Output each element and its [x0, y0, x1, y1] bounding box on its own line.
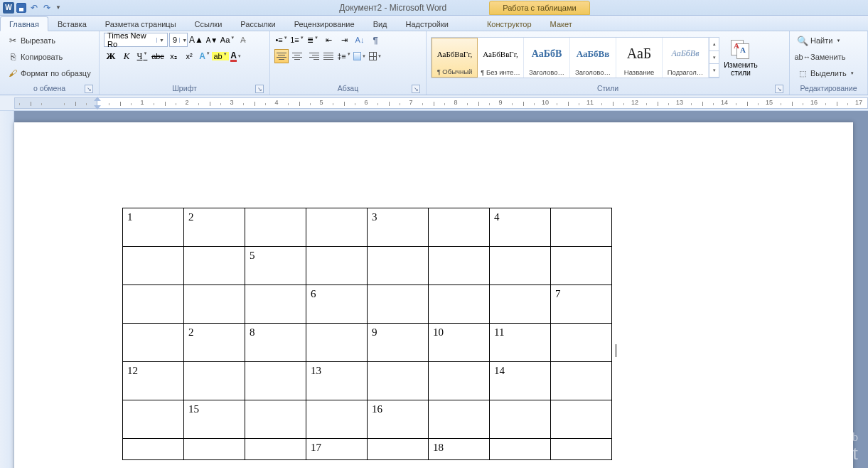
cut-button[interactable]: ✂Вырезать — [4, 33, 95, 48]
table-cell[interactable]: 7 — [551, 285, 612, 324]
table-cell[interactable] — [368, 362, 429, 400]
font-launcher-icon[interactable]: ↘ — [255, 85, 264, 93]
first-line-indent-marker[interactable] — [94, 97, 101, 101]
find-button[interactable]: 🔍Найти▼ — [794, 33, 863, 48]
table-cell[interactable] — [429, 247, 490, 285]
styles-gallery-more[interactable]: ▴▾▾ — [709, 38, 719, 78]
table-cell[interactable] — [551, 208, 612, 247]
tab-table-design[interactable]: Конструктор — [478, 16, 541, 31]
table-cell[interactable] — [245, 400, 306, 439]
table-cell[interactable] — [490, 400, 551, 439]
table-cell[interactable] — [123, 439, 184, 460]
save-button[interactable] — [16, 2, 27, 14]
table-cell[interactable]: 2 — [184, 208, 245, 247]
table-cell[interactable]: 8 — [245, 324, 306, 362]
align-justify-button[interactable] — [321, 49, 336, 63]
italic-button[interactable]: К — [119, 49, 134, 63]
table-cell[interactable]: 2 — [184, 324, 245, 362]
align-right-button[interactable] — [306, 49, 320, 63]
document-page[interactable]: 1234567289101112131415161718 — [14, 122, 853, 468]
table-cell[interactable] — [306, 208, 368, 247]
shading-button[interactable]: ▼ — [353, 49, 367, 63]
font-name-combo[interactable]: Times New Ro▼ — [104, 33, 168, 47]
line-spacing-button[interactable]: ‡≡▼ — [337, 49, 351, 63]
tab-page-layout[interactable]: Разметка страницы — [96, 16, 186, 31]
show-hide-button[interactable]: ¶ — [368, 33, 382, 47]
style-item-0[interactable]: АаБбВвГг,¶ Обычный — [432, 38, 478, 78]
underline-button[interactable]: Ч▼ — [135, 49, 149, 63]
strikethrough-button[interactable]: abc — [151, 49, 165, 63]
undo-button[interactable]: ↶ — [28, 2, 40, 14]
table-cell[interactable]: 13 — [306, 362, 368, 400]
table-cell[interactable] — [184, 247, 245, 285]
tab-mailings[interactable]: Рассылки — [231, 16, 284, 31]
table-cell[interactable]: 3 — [368, 208, 429, 247]
table-cell[interactable] — [123, 400, 184, 439]
table-cell[interactable] — [551, 247, 612, 285]
bullets-button[interactable]: •≡▼ — [274, 33, 289, 47]
table-cell[interactable] — [368, 439, 429, 460]
table-cell[interactable] — [551, 362, 612, 400]
table-cell[interactable] — [306, 247, 368, 285]
table-cell[interactable] — [429, 362, 490, 400]
change-case-button[interactable]: Aa▼ — [220, 33, 235, 47]
vertical-ruler[interactable] — [0, 111, 14, 468]
multilevel-list-button[interactable]: ≣▼ — [306, 33, 320, 47]
subscript-button[interactable]: x₂ — [166, 49, 181, 63]
horizontal-ruler[interactable]: 1234567891011121314151617 — [0, 95, 868, 111]
table-cell[interactable] — [551, 324, 612, 362]
replace-button[interactable]: ab↔Заменить — [794, 49, 863, 65]
numbering-button[interactable]: 1≡▼ — [290, 33, 304, 47]
superscript-button[interactable]: x² — [182, 49, 196, 63]
font-color-button[interactable]: A▼ — [229, 49, 243, 63]
table-cell[interactable] — [245, 439, 306, 460]
select-button[interactable]: ⬚Выделить▼ — [794, 65, 863, 81]
table-cell[interactable]: 15 — [184, 400, 245, 439]
table-cell[interactable]: 14 — [490, 362, 551, 400]
clipboard-launcher-icon[interactable]: ↘ — [85, 85, 93, 93]
tab-table-layout[interactable]: Макет — [541, 16, 582, 31]
table-cell[interactable] — [429, 285, 490, 324]
table-cell[interactable] — [551, 400, 612, 439]
table-cell[interactable] — [123, 285, 184, 324]
format-painter-button[interactable]: 🖌Формат по образцу — [4, 65, 95, 81]
styles-launcher-icon[interactable]: ↘ — [775, 85, 783, 93]
style-item-5[interactable]: АаБбВвПодзагол… — [663, 38, 709, 78]
table-cell[interactable] — [368, 247, 429, 285]
sort-button[interactable]: A↓ — [353, 33, 367, 47]
style-item-2[interactable]: АаБбВЗаголово… — [524, 38, 570, 78]
table-cell[interactable]: 10 — [429, 324, 490, 362]
table-cell[interactable] — [429, 208, 490, 247]
table-cell[interactable] — [245, 285, 306, 324]
table-cell[interactable] — [184, 439, 245, 460]
redo-button[interactable]: ↷ — [41, 2, 53, 14]
tab-insert[interactable]: Вставка — [48, 16, 96, 31]
table-cell[interactable] — [306, 324, 368, 362]
table-cell[interactable] — [490, 285, 551, 324]
left-indent-marker[interactable] — [94, 105, 101, 110]
table-cell[interactable]: 17 — [306, 439, 368, 460]
borders-button[interactable]: ▼ — [368, 49, 382, 63]
text-effects-button[interactable]: A▼ — [198, 49, 212, 63]
table-cell[interactable]: 9 — [368, 324, 429, 362]
table-cell[interactable] — [368, 285, 429, 324]
highlight-button[interactable]: ab▼ — [213, 49, 227, 63]
increase-indent-button[interactable]: ⇥ — [337, 33, 351, 47]
table-cell[interactable]: 5 — [245, 247, 306, 285]
table-cell[interactable]: 6 — [306, 285, 368, 324]
tab-view[interactable]: Вид — [364, 16, 397, 31]
table-cell[interactable] — [123, 247, 184, 285]
change-styles-button[interactable]: AA Изменить стили — [722, 37, 760, 78]
qat-customize-icon[interactable]: ▼ — [55, 4, 61, 11]
table-cell[interactable] — [123, 324, 184, 362]
bold-button[interactable]: Ж — [104, 49, 118, 63]
tab-references[interactable]: Ссылки — [186, 16, 232, 31]
style-item-1[interactable]: АаБбВвГг,¶ Без инте… — [478, 38, 524, 78]
table-cell[interactable]: 11 — [490, 324, 551, 362]
table-cell[interactable]: 12 — [123, 362, 184, 400]
table-cell[interactable] — [184, 285, 245, 324]
align-left-button[interactable] — [274, 49, 289, 63]
table-cell[interactable] — [551, 439, 612, 460]
table-cell[interactable]: 16 — [368, 400, 429, 439]
grow-font-button[interactable]: A▲ — [189, 33, 203, 47]
